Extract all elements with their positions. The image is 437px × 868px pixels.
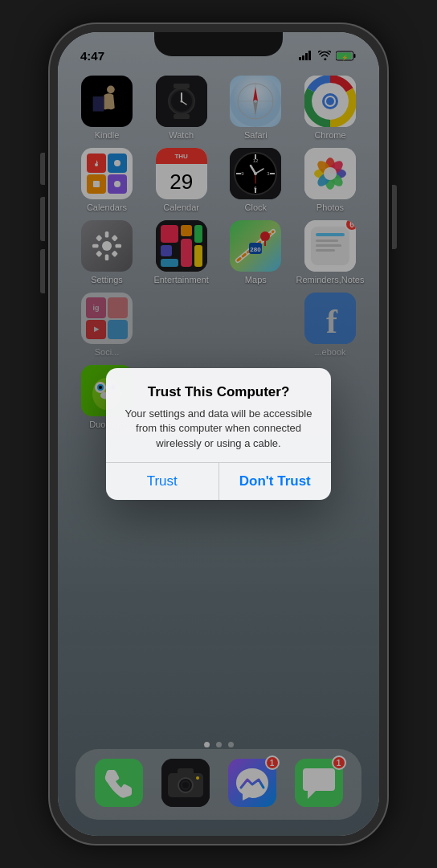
dont-trust-button[interactable]: Don't Trust [219,463,332,500]
mute-button[interactable] [40,153,45,185]
phone-screen: 4:47 [58,32,379,836]
dialog-overlay: Trust This Computer? Your settings and d… [58,32,379,836]
power-button[interactable] [392,185,397,249]
volume-down-button[interactable] [40,249,45,293]
trust-button[interactable]: Trust [106,463,219,500]
volume-up-button[interactable] [40,197,45,241]
dialog-message: Your settings and data will be accessibl… [122,407,315,451]
dialog-content: Trust This Computer? Your settings and d… [106,368,331,462]
dialog-buttons: Trust Don't Trust [106,462,331,500]
dialog-title: Trust This Computer? [122,384,315,400]
phone-frame: 4:47 [50,24,387,844]
trust-dialog: Trust This Computer? Your settings and d… [106,368,331,500]
